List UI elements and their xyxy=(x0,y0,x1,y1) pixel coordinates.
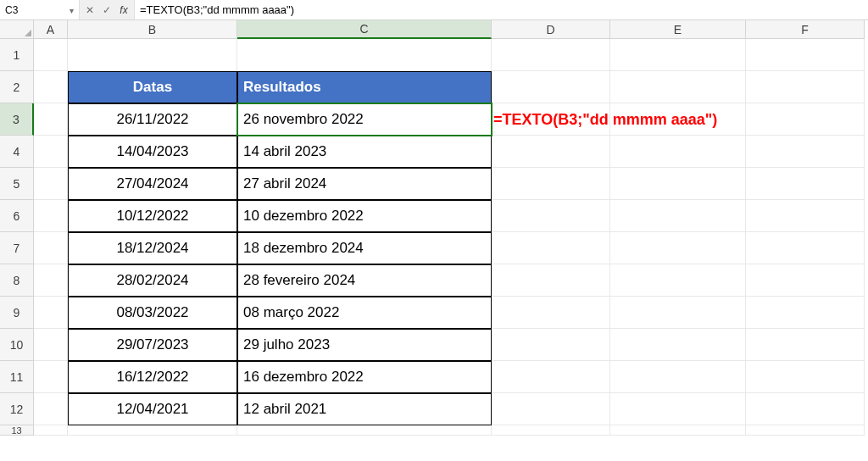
cell-f12[interactable] xyxy=(746,393,865,425)
row-header-9[interactable]: 9 xyxy=(0,297,34,329)
cell-f5[interactable] xyxy=(746,168,865,200)
col-header-e[interactable]: E xyxy=(610,20,746,39)
row-header-8[interactable]: 8 xyxy=(0,264,34,297)
cancel-formula-button[interactable]: ✕ xyxy=(81,0,98,19)
cell-f9[interactable] xyxy=(746,297,865,329)
cell-b8[interactable]: 28/02/2024 xyxy=(68,264,237,297)
cell-d5[interactable] xyxy=(492,168,610,200)
cell-c8[interactable]: 28 fevereiro 2024 xyxy=(237,264,492,297)
cell-a13[interactable] xyxy=(34,425,68,436)
cell-a11[interactable] xyxy=(34,361,68,393)
cell-c11[interactable]: 16 dezembro 2022 xyxy=(237,361,492,393)
cell-d1[interactable] xyxy=(492,39,610,71)
table-header-resultados[interactable]: Resultados xyxy=(237,71,492,103)
cell-c4[interactable]: 14 abril 2023 xyxy=(237,136,492,168)
row-header-5[interactable]: 5 xyxy=(0,168,34,200)
cell-c5[interactable]: 27 abril 2024 xyxy=(237,168,492,200)
cell-c7[interactable]: 18 dezembro 2024 xyxy=(237,232,492,264)
cell-e2[interactable] xyxy=(610,71,746,103)
row-header-4[interactable]: 4 xyxy=(0,136,34,168)
cell-e1[interactable] xyxy=(610,39,746,71)
cell-a6[interactable] xyxy=(34,200,68,232)
col-header-a[interactable]: A xyxy=(34,20,68,39)
cell-e10[interactable] xyxy=(610,329,746,361)
insert-function-button[interactable]: fx xyxy=(115,0,132,19)
cell-a10[interactable] xyxy=(34,329,68,361)
cell-d12[interactable] xyxy=(492,393,610,425)
cell-d7[interactable] xyxy=(492,232,610,264)
cell-b1[interactable] xyxy=(68,39,237,71)
col-header-c[interactable]: C xyxy=(237,20,492,39)
cell-f1[interactable] xyxy=(746,39,865,71)
row-header-3[interactable]: 3 xyxy=(0,103,34,136)
name-box[interactable]: C3 ▾ xyxy=(0,0,80,19)
cell-f11[interactable] xyxy=(746,361,865,393)
row-header-12[interactable]: 12 xyxy=(0,393,34,425)
cell-c10[interactable]: 29 julho 2023 xyxy=(237,329,492,361)
cell-e7[interactable] xyxy=(610,232,746,264)
cell-c9[interactable]: 08 março 2022 xyxy=(237,297,492,329)
cell-c1[interactable] xyxy=(237,39,492,71)
select-all-corner[interactable] xyxy=(0,20,34,39)
cell-d2[interactable] xyxy=(492,71,610,103)
cell-c6[interactable]: 10 dezembro 2022 xyxy=(237,200,492,232)
cell-d10[interactable] xyxy=(492,329,610,361)
cell-a12[interactable] xyxy=(34,393,68,425)
cell-f7[interactable] xyxy=(746,232,865,264)
cell-a2[interactable] xyxy=(34,71,68,103)
cell-a8[interactable] xyxy=(34,264,68,297)
cell-a3[interactable] xyxy=(34,103,68,136)
table-header-datas[interactable]: Datas xyxy=(68,71,237,103)
cell-b11[interactable]: 16/12/2022 xyxy=(68,361,237,393)
cell-b4[interactable]: 14/04/2023 xyxy=(68,136,237,168)
row-header-10[interactable]: 10 xyxy=(0,329,34,361)
cell-f2[interactable] xyxy=(746,71,865,103)
cell-e12[interactable] xyxy=(610,393,746,425)
cell-a4[interactable] xyxy=(34,136,68,168)
cell-b9[interactable]: 08/03/2022 xyxy=(68,297,237,329)
chevron-down-icon[interactable]: ▾ xyxy=(70,5,74,14)
cell-f8[interactable] xyxy=(746,264,865,297)
row-header-6[interactable]: 6 xyxy=(0,200,34,232)
cell-e5[interactable] xyxy=(610,168,746,200)
cell-c13[interactable] xyxy=(237,425,492,436)
cell-e11[interactable] xyxy=(610,361,746,393)
cell-b3[interactable]: 26/11/2022 xyxy=(68,103,237,136)
cell-d8[interactable] xyxy=(492,264,610,297)
cell-b5[interactable]: 27/04/2024 xyxy=(68,168,237,200)
col-header-d[interactable]: D xyxy=(492,20,610,39)
row-header-13[interactable]: 13 xyxy=(0,425,34,436)
cell-d6[interactable] xyxy=(492,200,610,232)
cell-b12[interactable]: 12/04/2021 xyxy=(68,393,237,425)
cell-f3[interactable] xyxy=(746,103,865,136)
cell-b13[interactable] xyxy=(68,425,237,436)
row-header-7[interactable]: 7 xyxy=(0,232,34,264)
row-header-2[interactable]: 2 xyxy=(0,71,34,103)
cell-d9[interactable] xyxy=(492,297,610,329)
cell-b10[interactable]: 29/07/2023 xyxy=(68,329,237,361)
cell-e9[interactable] xyxy=(610,297,746,329)
col-header-b[interactable]: B xyxy=(68,20,237,39)
cell-b7[interactable]: 18/12/2024 xyxy=(68,232,237,264)
cell-a1[interactable] xyxy=(34,39,68,71)
cell-d3[interactable]: =TEXTO(B3;"dd mmmm aaaa") xyxy=(492,103,610,136)
cell-a7[interactable] xyxy=(34,232,68,264)
cell-d13[interactable] xyxy=(492,425,610,436)
cell-e6[interactable] xyxy=(610,200,746,232)
cell-e3[interactable] xyxy=(610,103,746,136)
cell-c3[interactable]: 26 novembro 2022 xyxy=(237,103,492,136)
col-header-f[interactable]: F xyxy=(746,20,865,39)
cell-d4[interactable] xyxy=(492,136,610,168)
cell-c12[interactable]: 12 abril 2021 xyxy=(237,393,492,425)
cell-a9[interactable] xyxy=(34,297,68,329)
cell-b6[interactable]: 10/12/2022 xyxy=(68,200,237,232)
cell-a5[interactable] xyxy=(34,168,68,200)
confirm-formula-button[interactable]: ✓ xyxy=(98,0,115,19)
cell-f13[interactable] xyxy=(746,425,865,436)
row-header-1[interactable]: 1 xyxy=(0,39,34,71)
cell-e4[interactable] xyxy=(610,136,746,168)
cell-d11[interactable] xyxy=(492,361,610,393)
row-header-11[interactable]: 11 xyxy=(0,361,34,393)
cell-e8[interactable] xyxy=(610,264,746,297)
cell-f10[interactable] xyxy=(746,329,865,361)
